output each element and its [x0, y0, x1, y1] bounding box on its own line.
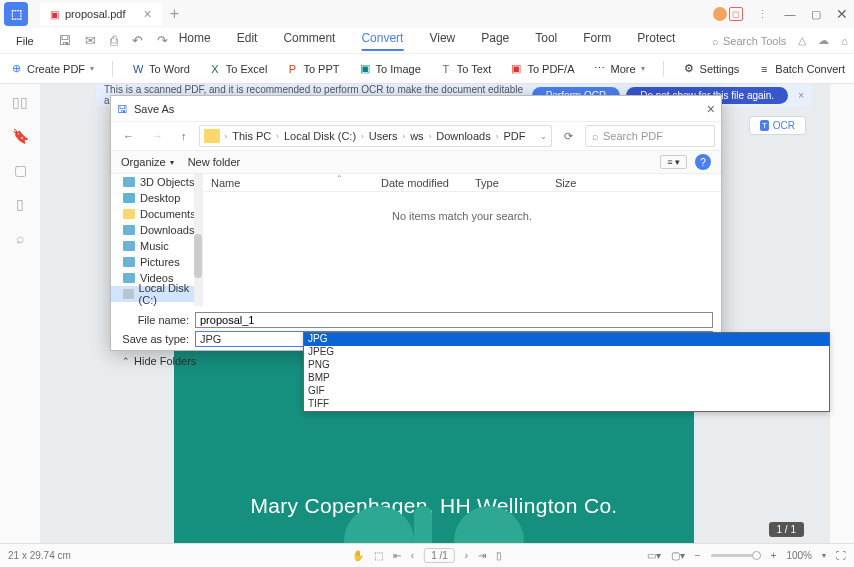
fit-width-icon[interactable]: ▭▾ [647, 550, 661, 561]
dropdown-option-bmp[interactable]: BMP [304, 372, 829, 385]
create-pdf-button[interactable]: ⊕Create PDF▾ [9, 62, 94, 76]
prev-page-icon[interactable]: ‹ [411, 550, 414, 561]
nav-forward-button[interactable]: → [146, 130, 169, 142]
redo-icon[interactable]: ↷ [157, 33, 168, 48]
home-icon[interactable]: ⌂ [841, 35, 848, 47]
banner-close-icon[interactable]: × [798, 90, 804, 101]
filename-input[interactable] [195, 312, 713, 328]
last-page-icon[interactable]: ⇥ [478, 550, 486, 561]
search-panel-icon[interactable]: ⌕ [16, 230, 24, 246]
organize-button[interactable]: Organize ▾ [121, 156, 174, 168]
next-page-icon[interactable]: › [465, 550, 468, 561]
fit-page-icon[interactable]: ▢▾ [671, 550, 685, 561]
menu-comment[interactable]: Comment [283, 31, 335, 51]
dropdown-option-gif[interactable]: GIF [304, 385, 829, 398]
view-mode-button[interactable]: ≡ ▾ [660, 155, 687, 169]
document-tab[interactable]: ▣ proposal.pdf × [40, 3, 162, 25]
menu-tool[interactable]: Tool [535, 31, 557, 51]
notification-dot-icon[interactable] [713, 7, 727, 21]
minimize-button[interactable]: — [778, 3, 802, 25]
tree-desktop[interactable]: Desktop [111, 190, 202, 206]
tree-3d-objects[interactable]: 3D Objects [111, 174, 202, 190]
file-menu[interactable]: File [6, 33, 44, 49]
tree-documents[interactable]: Documents [111, 206, 202, 222]
tree-scrollbar[interactable] [194, 174, 202, 306]
refresh-button[interactable]: ⟳ [558, 130, 579, 143]
scroll-mode-icon[interactable]: ▯ [496, 550, 502, 561]
menu-protect[interactable]: Protect [637, 31, 675, 51]
save-icon[interactable]: 🖫 [58, 33, 71, 48]
more-button[interactable]: ⋯More▾ [592, 62, 644, 76]
maximize-button[interactable]: ▢ [804, 3, 828, 25]
tab-close-icon[interactable]: × [144, 6, 152, 22]
first-page-icon[interactable]: ⇤ [393, 550, 401, 561]
tree-local-disk[interactable]: Local Disk (C:) [111, 286, 202, 302]
crumb-pdf[interactable]: PDF [503, 130, 525, 142]
window-close-button[interactable]: ✕ [830, 3, 854, 25]
crumb-ws[interactable]: ws [410, 130, 423, 142]
hide-folders-button[interactable]: ⌃ Hide Folders [122, 355, 196, 367]
comment-panel-icon[interactable]: ▢ [14, 162, 27, 178]
gift-icon[interactable]: ▢ [729, 7, 743, 21]
menu-page[interactable]: Page [481, 31, 509, 51]
dropdown-option-jpg[interactable]: JPG [304, 333, 829, 346]
crumb-disk[interactable]: Local Disk (C:) [284, 130, 356, 142]
address-breadcrumb[interactable]: › This PC› Local Disk (C:)› Users› ws› D… [199, 125, 553, 147]
bookmark-icon[interactable]: 🔖 [12, 128, 29, 144]
column-date[interactable]: Date modified [373, 177, 467, 189]
crumb-users[interactable]: Users [369, 130, 398, 142]
new-tab-icon[interactable]: + [170, 5, 179, 23]
mail-icon[interactable]: ✉ [85, 33, 96, 48]
dropdown-option-jpeg[interactable]: JPEG [304, 346, 829, 359]
menu-home[interactable]: Home [179, 31, 211, 51]
right-scrollbar[interactable] [830, 84, 854, 567]
zoom-in-button[interactable]: + [771, 550, 777, 561]
menu-view[interactable]: View [429, 31, 455, 51]
menu-convert[interactable]: Convert [361, 31, 403, 51]
to-text-button[interactable]: TTo Text [439, 62, 492, 76]
dropdown-option-tiff[interactable]: TIFF [304, 398, 829, 411]
column-type[interactable]: Type [467, 177, 547, 189]
tree-music[interactable]: Music [111, 238, 202, 254]
batch-convert-button[interactable]: ≡Batch Convert [757, 62, 845, 76]
pdfa-icon: ▣ [509, 62, 523, 76]
dialog-search-input[interactable]: ⌕ Search PDF [585, 125, 715, 147]
tree-pictures[interactable]: Pictures [111, 254, 202, 270]
to-word-button[interactable]: WTo Word [131, 62, 190, 76]
cloud-icon[interactable]: ☁ [818, 34, 829, 47]
dropdown-option-png[interactable]: PNG [304, 359, 829, 372]
chevron-down-icon[interactable]: ⌄ [540, 132, 547, 141]
to-pdfa-button[interactable]: ▣To PDF/A [509, 62, 574, 76]
zoom-level[interactable]: 100% [786, 550, 812, 561]
fullscreen-icon[interactable]: ⛶ [836, 550, 846, 561]
column-size[interactable]: Size [547, 177, 613, 189]
crumb-this-pc[interactable]: This PC [232, 130, 271, 142]
zoom-slider[interactable] [711, 554, 761, 557]
search-tools[interactable]: ⌕ Search Tools [712, 35, 786, 47]
column-name[interactable]: Name⌃ [203, 177, 373, 189]
to-excel-button[interactable]: XTo Excel [208, 62, 268, 76]
settings-button[interactable]: ⚙Settings [682, 62, 740, 76]
zoom-out-button[interactable]: − [695, 550, 701, 561]
menu-form[interactable]: Form [583, 31, 611, 51]
menu-edit[interactable]: Edit [237, 31, 258, 51]
to-ppt-button[interactable]: PTo PPT [285, 62, 339, 76]
page-number-input[interactable]: 1 /1 [424, 548, 455, 563]
thumbnails-icon[interactable]: ▯▯ [12, 94, 28, 110]
hand-tool-icon[interactable]: ✋ [352, 550, 364, 561]
share-icon[interactable]: △ [798, 34, 806, 47]
help-button[interactable]: ? [695, 154, 711, 170]
dialog-close-button[interactable]: × [707, 101, 715, 117]
crumb-downloads[interactable]: Downloads [436, 130, 490, 142]
ocr-float-button[interactable]: T OCR [749, 116, 806, 135]
attachment-icon[interactable]: ▯ [16, 196, 24, 212]
new-folder-button[interactable]: New folder [188, 156, 241, 168]
undo-icon[interactable]: ↶ [132, 33, 143, 48]
print-icon[interactable]: ⎙ [110, 33, 118, 48]
nav-back-button[interactable]: ← [117, 130, 140, 142]
more-menu-icon[interactable]: ⋮ [749, 8, 776, 21]
to-image-button[interactable]: ▣To Image [358, 62, 421, 76]
nav-up-button[interactable]: ↑ [175, 130, 193, 142]
tree-downloads[interactable]: Downloads [111, 222, 202, 238]
select-tool-icon[interactable]: ⬚ [374, 550, 383, 561]
